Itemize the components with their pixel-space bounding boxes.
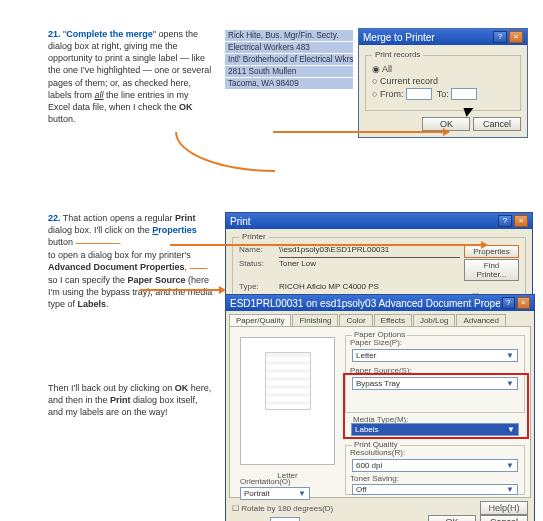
red-highlight-box xyxy=(343,373,529,439)
instruction-step-21: 21. "Complete the merge" opens the dialo… xyxy=(48,28,213,125)
field-label: Type: xyxy=(239,282,279,291)
callout-arrow xyxy=(170,244,486,246)
field-label: Status: xyxy=(239,259,279,281)
dialog-title: Merge to Printer xyxy=(363,32,435,43)
field-label: Resolutions(R): xyxy=(350,448,520,457)
field-value: Toner Low xyxy=(279,259,460,281)
dialog-titlebar: ESD1PRL00031 on esd1psoly03 Advanced Doc… xyxy=(226,295,534,311)
resolution-select[interactable]: 600 dpi▼ xyxy=(352,459,518,472)
help-icon[interactable]: ? xyxy=(502,297,515,309)
label-line: Electrical Workers 483 xyxy=(225,42,353,53)
chevron-down-icon: ▼ xyxy=(298,489,306,498)
close-icon[interactable]: × xyxy=(514,215,528,227)
dialog-title: ESD1PRL00031 on esd1psoly03 Advanced Doc… xyxy=(230,298,500,309)
print-records-group: Print records ◉ All ○ Current record ○ F… xyxy=(365,55,521,111)
cancel-button[interactable]: Cancel xyxy=(473,117,521,131)
preview-sheet xyxy=(265,352,311,410)
callout-arrow xyxy=(140,289,224,291)
panel-title: Paper Options xyxy=(352,330,407,339)
tab-color[interactable]: Color xyxy=(339,314,372,326)
chevron-down-icon: ▼ xyxy=(506,461,514,470)
dialog-titlebar: Merge to Printer ? × xyxy=(359,29,527,45)
chevron-down-icon: ▼ xyxy=(506,485,514,494)
close-icon[interactable]: × xyxy=(517,297,530,309)
to-input[interactable] xyxy=(451,88,477,100)
page-preview xyxy=(240,337,335,465)
group-title: Print records xyxy=(372,50,423,59)
close-icon[interactable]: × xyxy=(509,31,523,43)
tab-paper-quality[interactable]: Paper/Quality xyxy=(229,314,291,326)
label-line: Tacoma, WA 98409 xyxy=(225,78,353,89)
ok-button[interactable]: OK xyxy=(428,515,476,521)
instruction-step-22b: Then I'll back out by clicking on OK her… xyxy=(48,382,213,418)
radio-current[interactable]: ○ Current record xyxy=(372,76,514,86)
cancel-button[interactable]: Cancel xyxy=(480,515,528,521)
chevron-down-icon: ▼ xyxy=(506,351,514,360)
field-label: Toner Saving: xyxy=(350,474,520,483)
tab-advanced[interactable]: Advanced xyxy=(456,314,506,326)
label-line: Rick Hite, Bus. Mgr/Fin. Secty. xyxy=(225,30,353,41)
panel-title: Print Quality xyxy=(352,440,400,449)
step-number: 22. xyxy=(48,213,61,223)
print-quality-panel: Print Quality Resolutions(R): 600 dpi▼ T… xyxy=(345,445,525,495)
field-value: RICOH Aficio MP C4000 PS xyxy=(279,282,519,291)
dialog-title: Print xyxy=(230,216,251,227)
label-line: 2811 South Mullen xyxy=(225,66,353,77)
orientation-panel: Orientation(O) Portrait▼ xyxy=(240,477,310,500)
paper-size-select[interactable]: Letter▼ xyxy=(352,349,518,362)
callout-arrow xyxy=(175,132,275,172)
from-input[interactable] xyxy=(406,88,432,100)
advanced-document-properties-dialog: ESD1PRL00031 on esd1psoly03 Advanced Doc… xyxy=(225,294,535,521)
find-printer-button[interactable]: Find Printer... xyxy=(464,259,519,281)
help-icon[interactable]: ? xyxy=(498,215,512,227)
help-icon[interactable]: ? xyxy=(493,31,507,43)
tab-effects[interactable]: Effects xyxy=(374,314,412,326)
orientation-select[interactable]: Portrait▼ xyxy=(240,487,310,500)
document-label-selection: Rick Hite, Bus. Mgr/Fin. Secty. Electric… xyxy=(225,30,353,90)
callout-arrow xyxy=(273,131,448,133)
rotate-checkbox[interactable]: ☐ Rotate by 180 degrees(D) xyxy=(232,504,333,513)
instruction-step-22: 22. That action opens a regular Print di… xyxy=(48,212,213,310)
field-label: Name: xyxy=(239,245,279,258)
tab-job-log[interactable]: Job/Log xyxy=(413,314,455,326)
merge-to-printer-dialog: Merge to Printer ? × Print records ◉ All… xyxy=(358,28,528,138)
panel-title: Orientation(O) xyxy=(240,477,310,486)
printer-name-select[interactable]: \\esd1psoly03\ESD1PRL00031 xyxy=(279,245,460,258)
tab-strip: Paper/Quality Finishing Color Effects Jo… xyxy=(229,314,531,326)
tab-page-paper-quality: Letter Paper Options Paper Size(P): Lett… xyxy=(229,326,531,498)
group-title: Printer xyxy=(239,232,269,241)
label-line: Intl' Brotherhood of Electrical Wkrs xyxy=(225,54,353,65)
tab-finishing[interactable]: Finishing xyxy=(292,314,338,326)
step-number: 21. xyxy=(48,29,61,39)
radio-from-to[interactable]: ○ From: To: xyxy=(372,88,514,100)
copies-input[interactable]: 1 xyxy=(270,517,300,521)
toner-saving-select[interactable]: Off▼ xyxy=(352,484,518,495)
dialog-titlebar: Print ? × xyxy=(226,213,532,229)
help-button[interactable]: Help(H) xyxy=(480,501,528,515)
field-label: Paper Size(P): xyxy=(350,338,520,347)
radio-all[interactable]: ◉ All xyxy=(372,64,514,74)
